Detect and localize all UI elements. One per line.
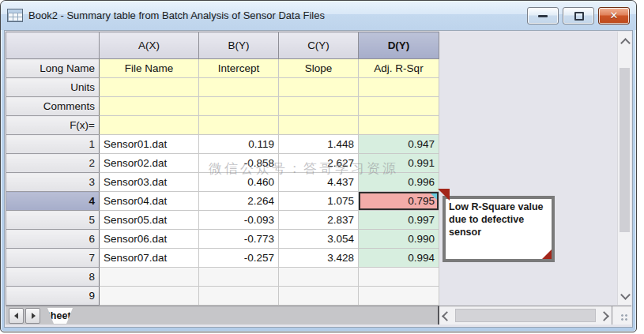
cell-r2-slope[interactable]: 2.627 [279,154,359,173]
cell-longname-c[interactable]: Slope [279,59,359,78]
cell-r7-intercept[interactable]: -0.257 [199,249,279,268]
row-header-longname[interactable]: Long Name [6,59,100,78]
cell-units-b[interactable] [199,78,279,97]
cell-r3-intercept[interactable]: 0.460 [199,173,279,192]
row-header-4-selected[interactable]: 4 [6,192,100,211]
cell-r8-d[interactable] [359,268,439,287]
column-header-b[interactable]: B(Y) [199,32,279,59]
window-controls: ✕ [527,7,630,24]
window-title: Book2 - Summary table from Batch Analysi… [28,9,325,21]
cell-r5-slope[interactable]: 2.837 [279,211,359,230]
cell-fx-c[interactable] [279,116,359,135]
cell-fx-a[interactable] [100,116,199,135]
cell-longname-b[interactable]: Intercept [199,59,279,78]
cell-r2-intercept[interactable]: -0.858 [199,154,279,173]
resize-grip-icon [620,313,629,322]
scroll-up-icon[interactable] [620,38,631,48]
cell-r6-filename[interactable]: Sensor06.dat [100,230,199,249]
cell-comments-c[interactable] [279,97,359,116]
row-header-9[interactable]: 9 [6,287,100,306]
row-header-8[interactable]: 8 [6,268,100,287]
cell-r3-filename[interactable]: Sensor03.dat [100,173,199,192]
cell-r3-slope[interactable]: 4.437 [279,173,359,192]
cell-r1-filename[interactable]: Sensor01.dat [100,135,199,154]
cell-r4-rsqr-flagged[interactable]: 0.795 [359,192,439,211]
close-icon: ✕ [599,8,629,23]
cell-r4-intercept[interactable]: 2.264 [199,192,279,211]
row-header-7[interactable]: 7 [6,249,100,268]
cell-r5-rsqr[interactable]: 0.997 [359,211,439,230]
horizontal-scroll-thumb[interactable] [455,309,596,322]
cell-r5-filename[interactable]: Sensor05.dat [100,211,199,230]
horizontal-scrollbar[interactable] [439,306,612,325]
left-triangle-icon [14,313,18,319]
cell-r1-intercept[interactable]: 0.119 [199,135,279,154]
cell-r4-slope[interactable]: 1.075 [279,192,359,211]
cell-units-a[interactable] [100,78,199,97]
right-triangle-icon [32,313,36,319]
tab-scroll-right-button[interactable] [25,308,40,324]
row-header-2[interactable]: 2 [6,154,100,173]
cell-r7-filename[interactable]: Sensor07.dat [100,249,199,268]
row-header-5[interactable]: 5 [6,211,100,230]
row-header-comments[interactable]: Comments [6,97,100,116]
row-header-6[interactable]: 6 [6,230,100,249]
cell-r7-rsqr[interactable]: 0.994 [359,249,439,268]
cell-longname-d[interactable]: Adj. R-Sqr [359,59,439,78]
row-header-3[interactable]: 3 [6,173,100,192]
cell-fx-d[interactable] [359,116,439,135]
cell-r7-slope[interactable]: 3.428 [279,249,359,268]
close-button[interactable]: ✕ [598,7,630,24]
worksheet-client-area: A(X) B(Y) C(Y) D(Y) Long Name File Name … [4,30,633,328]
vertical-scroll-thumb[interactable] [620,68,630,232]
comment-corner-icon [542,250,552,259]
cell-r9-b[interactable] [199,287,279,306]
row-header-1[interactable]: 1 [6,135,100,154]
title-bar[interactable]: Book2 - Summary table from Batch Analysi… [1,1,636,30]
scroll-right-icon[interactable] [599,311,609,321]
cell-r1-slope[interactable]: 1.448 [279,135,359,154]
cell-r6-intercept[interactable]: -0.773 [199,230,279,249]
cell-r8-c[interactable] [279,268,359,287]
vertical-scrollbar[interactable] [617,32,631,305]
cell-r8-a[interactable] [100,268,199,287]
cell-r4-filename[interactable]: Sensor04.dat [100,192,199,211]
column-header-c[interactable]: C(Y) [279,32,359,59]
resize-grip-box[interactable] [612,306,631,325]
cell-r6-slope[interactable]: 3.054 [279,230,359,249]
cell-units-d[interactable] [359,78,439,97]
minimize-button[interactable] [527,7,559,24]
cell-r2-filename[interactable]: Sensor02.dat [100,154,199,173]
restore-icon [574,12,584,21]
cell-comments-a[interactable] [100,97,199,116]
cell-r6-rsqr[interactable]: 0.990 [359,230,439,249]
cell-r2-rsqr[interactable]: 0.991 [359,154,439,173]
scroll-left-icon[interactable] [442,311,452,321]
comment-flag-icon [438,189,450,201]
cell-longname-a[interactable]: File Name [100,59,199,78]
scroll-down-icon[interactable] [620,290,631,300]
cell-indicator-icon [431,193,437,200]
column-header-a[interactable]: A(X) [100,32,199,59]
cell-units-c[interactable] [279,78,359,97]
cell-r8-b[interactable] [199,268,279,287]
summary-table: A(X) B(Y) C(Y) D(Y) Long Name File Name … [6,32,439,306]
cell-r9-a[interactable] [100,287,199,306]
cell-r3-rsqr[interactable]: 0.996 [359,173,439,192]
cell-comments-b[interactable] [199,97,279,116]
tab-scroll-left-button[interactable] [9,308,24,324]
cell-r9-c[interactable] [279,287,359,306]
cell-r9-d[interactable] [359,287,439,306]
cell-r5-intercept[interactable]: -0.093 [199,211,279,230]
worksheet-window: Book2 - Summary table from Batch Analysi… [0,0,637,332]
column-header-d-selected[interactable]: D(Y) [359,32,439,59]
row-header-units[interactable]: Units [6,78,100,97]
cell-r1-rsqr[interactable]: 0.947 [359,135,439,154]
cell-comments-d[interactable] [359,97,439,116]
cell-fx-b[interactable] [199,116,279,135]
worksheet-icon [7,9,23,22]
corner-header[interactable] [6,32,100,59]
restore-button[interactable] [563,7,594,24]
comment-box[interactable]: Low R-Square value due to defective sens… [443,196,555,262]
row-header-fx[interactable]: F(x)= [6,116,100,135]
